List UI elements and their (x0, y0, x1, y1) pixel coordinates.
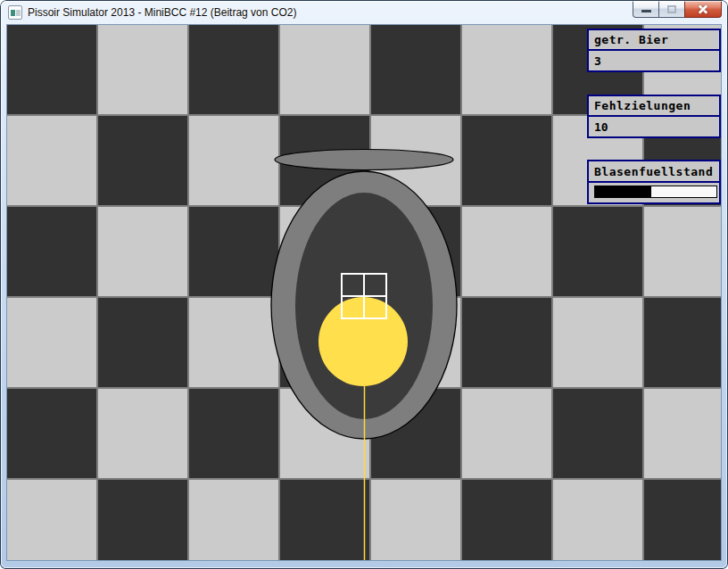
minimize-icon (641, 10, 651, 12)
hud-panel-beer: getr. Bier 3 (587, 29, 721, 72)
misses-label: Fehlzielungen (589, 96, 719, 117)
bladder-bar-row (589, 183, 719, 202)
caption-button-group (633, 1, 722, 18)
maximize-button[interactable] (659, 1, 684, 18)
minimize-button[interactable] (633, 1, 659, 18)
close-button[interactable] (684, 1, 722, 18)
hud-panel-misses: Fehlzielungen 10 (587, 95, 721, 138)
bladder-label: Blasenfuellstand (589, 161, 719, 183)
bladder-progressbar (594, 186, 717, 198)
splash-guard-disc (275, 150, 453, 170)
maximize-icon (667, 5, 676, 13)
misses-count: 10 (589, 117, 719, 136)
app-icon[interactable] (8, 5, 22, 20)
beer-label: getr. Bier (589, 30, 719, 51)
beer-count: 3 (589, 51, 719, 70)
hud-panel-bladder: Blasenfuellstand (587, 160, 721, 204)
app-icon-pane (16, 10, 21, 16)
game-viewport[interactable]: getr. Bier 3 Fehlzielungen 10 Blasenfuel… (7, 25, 721, 560)
bladder-progress-fill (595, 186, 651, 197)
window-title: Pissoir Simulator 2013 - MiniBCC #12 (Be… (28, 6, 296, 19)
title-bar[interactable]: Pissoir Simulator 2013 - MiniBCC #12 (Be… (0, 0, 728, 25)
app-window: Pissoir Simulator 2013 - MiniBCC #12 (Be… (0, 0, 728, 569)
app-icon-pane (11, 10, 15, 16)
